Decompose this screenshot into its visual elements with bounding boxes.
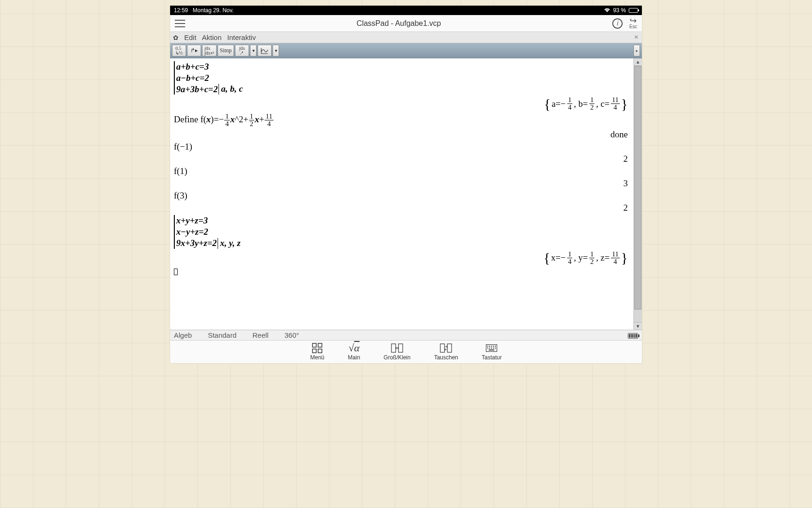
- info-icon[interactable]: i: [612, 18, 623, 29]
- battery-percent: 93 %: [613, 7, 626, 14]
- status-ang[interactable]: 360°: [284, 331, 299, 339]
- status-row: Algeb Standard Reell 360°: [170, 330, 642, 341]
- output-f3: 2: [624, 203, 630, 213]
- sqrt-icon: √α: [348, 343, 359, 353]
- dock-resize[interactable]: Groß/Klein: [383, 343, 410, 361]
- calc-battery-icon: [628, 331, 638, 339]
- output-solution-2: { x=− 14 , y= 12 , z= 114 }: [543, 251, 630, 265]
- resize-icon: [391, 343, 403, 353]
- hamburger-icon[interactable]: [175, 20, 185, 27]
- classpad-window: 12:59 Montag 29. Nov. 93 % ClassPad - Au…: [170, 6, 642, 363]
- svg-rect-2: [312, 349, 316, 353]
- scroll-thumb[interactable]: [634, 66, 641, 310]
- svg-rect-16: [491, 348, 492, 349]
- svg-rect-0: [312, 343, 316, 347]
- menu-edit[interactable]: Edit: [184, 33, 196, 41]
- dock-menu[interactable]: Menü: [310, 343, 324, 361]
- grid-icon: [312, 343, 322, 353]
- svg-rect-18: [495, 348, 496, 349]
- toolbar: 0.5↳½ ↱▸ ∫dx∫dx↵ Simp ∫dx⭧ ▾ ▾ ▸: [170, 43, 642, 58]
- svg-rect-15: [489, 348, 490, 349]
- status-num[interactable]: Reell: [252, 331, 268, 339]
- keyboard-icon: [486, 343, 497, 353]
- battery-icon: [629, 8, 638, 13]
- input-cursor[interactable]: [174, 267, 178, 278]
- clock: 12:59: [174, 7, 188, 14]
- undo-icon: ↩: [630, 17, 637, 24]
- menu-interaktiv[interactable]: Interaktiv: [227, 33, 256, 41]
- scrollbar[interactable]: ▲ ▼: [633, 58, 642, 330]
- esc-button[interactable]: ↩ Esc: [629, 17, 637, 29]
- titlebar: ClassPad - Aufgabe1.vcp i ↩ Esc: [170, 15, 642, 32]
- scroll-track[interactable]: [634, 66, 642, 322]
- status-fmt[interactable]: Standard: [208, 331, 236, 339]
- tool-integral-enter[interactable]: ∫dx∫dx↵: [202, 45, 217, 56]
- svg-rect-3: [318, 349, 322, 353]
- wifi-icon: [604, 8, 610, 13]
- svg-rect-12: [493, 346, 494, 347]
- status-mode[interactable]: Algeb: [174, 331, 192, 339]
- input-system-2[interactable]: x+y+z=3 x−y+z=2 9x+3y+z=2 x, y, z: [174, 215, 241, 248]
- ios-statusbar: 12:59 Montag 29. Nov. 93 %: [170, 6, 642, 15]
- vars-2: x, y, z: [218, 238, 241, 249]
- svg-rect-5: [398, 344, 403, 352]
- tool-run[interactable]: ▸: [633, 45, 640, 56]
- date: Montag 29. Nov.: [193, 7, 234, 14]
- tool-decimal-frac[interactable]: 0.5↳½: [172, 45, 186, 56]
- gear-icon[interactable]: ✿: [173, 34, 179, 41]
- tool-integral-arrow[interactable]: ∫dx⭧: [235, 45, 249, 56]
- output-fneg1: 2: [624, 154, 630, 164]
- output-f1: 3: [624, 178, 630, 189]
- svg-rect-6: [440, 344, 445, 352]
- svg-rect-4: [391, 344, 396, 352]
- work-area: a+b+c=3 a−b+c=2 9a+3b+c=2 a, b, c { a=− …: [170, 58, 642, 330]
- svg-rect-14: [487, 348, 488, 349]
- dock-label: Tastatur: [482, 354, 502, 361]
- tool-graph[interactable]: [258, 45, 272, 56]
- input-f3[interactable]: f(3): [174, 190, 187, 201]
- dock-main[interactable]: √α Main: [348, 343, 360, 361]
- scroll-up-icon[interactable]: ▲: [634, 58, 642, 66]
- svg-rect-7: [447, 344, 452, 352]
- tool-dropdown-2[interactable]: ▾: [273, 45, 279, 56]
- tool-simp[interactable]: Simp: [218, 45, 234, 56]
- menu-aktion[interactable]: Aktion: [202, 33, 222, 41]
- swap-icon: [440, 343, 452, 353]
- input-system-1[interactable]: a+b+c=3 a−b+c=2 9a+3b+c=2 a, b, c: [174, 61, 243, 95]
- input-f1[interactable]: f(1): [174, 166, 187, 176]
- svg-rect-11: [491, 346, 492, 347]
- scroll-down-icon[interactable]: ▼: [634, 322, 642, 330]
- dock-label: Groß/Klein: [383, 354, 410, 361]
- input-define[interactable]: Define f(x)=−14x^2+12x+114: [174, 113, 274, 127]
- cas-page[interactable]: a+b+c=3 a−b+c=2 9a+3b+c=2 a, b, c { a=− …: [170, 58, 633, 330]
- dock-swap[interactable]: Tauschen: [434, 343, 458, 361]
- svg-rect-1: [318, 343, 322, 347]
- svg-rect-10: [489, 346, 490, 347]
- vars-1: a, b, c: [219, 84, 242, 95]
- dock-label: Menü: [310, 354, 324, 361]
- close-icon[interactable]: ✕: [632, 33, 640, 41]
- input-fneg1[interactable]: f(−1): [174, 142, 192, 152]
- dock-keyboard[interactable]: Tastatur: [482, 343, 502, 361]
- menubar: ✿ Edit Aktion Interaktiv ✕: [170, 32, 642, 43]
- svg-rect-9: [487, 346, 488, 347]
- tool-dropdown-1[interactable]: ▾: [250, 45, 257, 56]
- output-done: done: [610, 129, 630, 140]
- svg-rect-17: [493, 348, 494, 349]
- svg-rect-13: [495, 346, 496, 347]
- output-solution-1: { a=− 14 , b= 12 , c= 114 }: [544, 96, 630, 111]
- dock-label: Tauschen: [434, 354, 458, 361]
- tool-trace[interactable]: ↱▸: [187, 45, 201, 56]
- app-title: ClassPad - Aufgabe1.vcp: [185, 19, 612, 28]
- dock-label: Main: [348, 354, 360, 361]
- dock: Menü √α Main Groß/Klein Tauschen Tastatu…: [170, 341, 642, 363]
- svg-rect-19: [489, 349, 494, 350]
